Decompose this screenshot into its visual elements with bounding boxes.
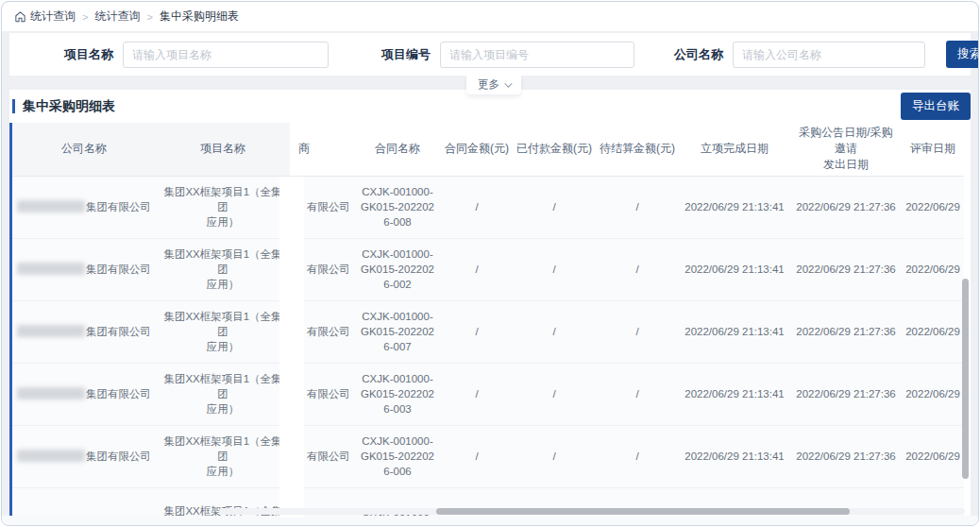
search-panel: 项目名称 项目编号 公司名称 搜索 — [9, 33, 971, 76]
cell-project: 集团XX框架项目1（全集团 应用） — [156, 300, 290, 363]
table-row: 集团有限公司集团XX框架项目1（全集团 应用）有限公司CXJK-001000- … — [12, 425, 964, 487]
cell-review_date: 2022/06/29 — [902, 176, 964, 238]
cell-company_suffix: 集团有限公司 — [12, 425, 156, 487]
cell-announce_date: 2022/06/29 21:27:36 — [790, 300, 902, 363]
breadcrumb-item-2[interactable]: 统计查询 — [94, 8, 140, 25]
cell-paid_amount: / — [513, 363, 596, 425]
column-header-company_suffix: 公司名称 — [12, 123, 156, 176]
cell-company_suffix: 集团有限公司 — [12, 363, 156, 425]
redacted-company-name — [17, 325, 85, 337]
breadcrumb-item-1[interactable]: 统计查询 — [30, 8, 76, 25]
column-header-contract_amount: 合同金额(元) — [441, 123, 513, 176]
cell-approval_date: 2022/06/29 21:13:41 — [679, 176, 790, 238]
procurement-table: 公司名称项目名称商合同名称合同金额(元)已付款金额(元)待结算金额(元)立项完成… — [9, 123, 971, 518]
home-icon — [14, 10, 26, 23]
horizontal-scrollbar-thumb[interactable] — [436, 508, 850, 515]
content-card: 集中采购明细表 导出台账 公司名称项目名称商合同名称合同金额(元)已付款金额(元… — [9, 90, 971, 518]
cell-paid_amount: / — [513, 425, 596, 487]
bottom-strip — [2, 516, 978, 525]
page: 统计查询 > 统计查询 > 集中采购明细表 项目名称 项目编号 公司名称 搜索 … — [1, 1, 979, 526]
column-header-contract: 合同名称 — [354, 123, 441, 176]
cell-announce_date: 2022/06/29 21:27:36 — [790, 238, 902, 300]
cell-company_suffix: 集团有限公司 — [12, 300, 156, 363]
redacted-company-name — [17, 450, 85, 462]
company-name-text: 集团有限公司 — [86, 388, 151, 400]
cell-review_date: 2022/06/29 — [902, 300, 964, 363]
cell-contract_amount: / — [441, 363, 513, 425]
cell-review_date: 2022/06/29 — [902, 363, 964, 425]
cell-review_date: 2022/06/29 — [902, 425, 964, 487]
project-name-input[interactable] — [123, 42, 329, 68]
cell-project: 集团XX框架项目1（全集团 应用） — [156, 238, 290, 300]
cell-contract: CXJK-001000- GK015-202202 6-007 — [354, 300, 441, 363]
column-header-review_date: 评审日期 — [902, 123, 964, 176]
column-header-project: 项目名称 — [156, 123, 290, 176]
more-expander[interactable]: 更多 — [466, 75, 521, 94]
cell-contract_amount: / — [441, 238, 513, 300]
cell-company_suffix — [12, 487, 156, 518]
project-number-label: 项目编号 — [381, 46, 431, 63]
redaction-strip — [279, 177, 304, 518]
cell-contract_amount: / — [441, 176, 513, 238]
cell-review_date: 2022/06/29 — [902, 238, 964, 300]
project-name-label: 项目名称 — [64, 46, 113, 63]
cell-approval_date: 2022/06/29 21:13:41 — [679, 363, 790, 425]
title-marker — [12, 99, 15, 113]
breadcrumb-item-current: 集中采购明细表 — [160, 8, 239, 25]
cell-announce_date: 2022/06/29 21:27:36 — [790, 363, 902, 425]
cell-contract: CXJK-001000- GK015-202202 6-003 — [354, 363, 441, 425]
cell-project: 集团XX框架项目1（全集团 应用） — [156, 176, 290, 238]
page-title: 集中采购明细表 — [23, 98, 115, 115]
filter-project-name: 项目名称 — [64, 42, 329, 68]
company-name-label: 公司名称 — [674, 46, 723, 63]
breadcrumb: 统计查询 > 统计查询 > 集中采购明细表 — [2, 2, 978, 31]
cell-pending_amount: / — [596, 238, 679, 300]
table-header: 公司名称项目名称商合同名称合同金额(元)已付款金额(元)待结算金额(元)立项完成… — [12, 123, 964, 176]
cell-paid_amount: / — [513, 176, 596, 238]
chevron-down-icon — [504, 79, 512, 87]
project-number-input[interactable] — [440, 42, 634, 68]
cell-pending_amount: / — [596, 300, 679, 363]
filter-company-name: 公司名称 — [674, 42, 925, 68]
section-header: 集中采购明细表 导出台账 — [9, 90, 971, 123]
cell-approval_date: 2022/06/29 21:13:41 — [679, 425, 790, 487]
company-name-text: 集团有限公司 — [86, 201, 151, 212]
breadcrumb-separator: > — [146, 11, 152, 23]
cell-contract: CXJK-001000- GK015-202202 6-006 — [354, 425, 441, 487]
cell-paid_amount: / — [513, 238, 596, 300]
vertical-scrollbar-thumb[interactable] — [962, 279, 969, 479]
cell-approval_date: 2022/06/29 21:13:41 — [679, 238, 790, 300]
cell-company_suffix: 集团有限公司 — [12, 238, 156, 300]
cell-contract: CXJK-001000- GK015-202202 6-002 — [354, 238, 441, 300]
column-header-supplier_suffix: 商 — [290, 123, 354, 176]
cell-pending_amount: / — [596, 176, 679, 238]
cell-announce_date: 2022/06/29 21:27:36 — [790, 425, 902, 487]
column-header-announce_date: 采购公告日期/采购邀请 发出日期 — [790, 123, 902, 176]
export-ledger-button[interactable]: 导出台账 — [901, 93, 971, 120]
redacted-company-name — [17, 387, 85, 400]
cell-contract_amount: / — [441, 300, 513, 363]
column-header-approval_date: 立项完成日期 — [679, 123, 790, 176]
cell-pending_amount: / — [596, 363, 679, 425]
search-button[interactable]: 搜索 — [946, 41, 979, 68]
company-name-input[interactable] — [733, 42, 925, 68]
column-header-paid_amount: 已付款金额(元) — [513, 123, 596, 176]
cell-contract: CXJK-001000- GK015-202202 6-008 — [354, 176, 441, 238]
table-row: 集团有限公司集团XX框架项目1（全集团 应用）有限公司CXJK-001000- … — [12, 300, 964, 363]
cell-company_suffix: 集团有限公司 — [12, 176, 156, 238]
company-name-text: 集团有限公司 — [86, 326, 151, 337]
table-row: 集团有限公司集团XX框架项目1（全集团 应用）有限公司CXJK-001000- … — [12, 176, 964, 238]
cell-pending_amount: / — [596, 425, 679, 487]
table-row: 集团有限公司集团XX框架项目1（全集团 应用）有限公司CXJK-001000- … — [12, 363, 964, 425]
more-label: 更多 — [478, 77, 499, 92]
cell-project: 集团XX框架项目1（全集团 应用） — [156, 425, 290, 487]
company-name-text: 集团有限公司 — [86, 450, 151, 462]
company-name-text: 集团有限公司 — [86, 264, 151, 275]
cell-announce_date: 2022/06/29 21:27:36 — [790, 176, 902, 238]
cell-contract_amount: / — [441, 425, 513, 487]
cell-approval_date: 2022/06/29 21:13:41 — [679, 300, 790, 363]
cell-project: 集团XX框架项目1（全集团 应用） — [156, 363, 290, 425]
filter-project-number: 项目编号 — [381, 42, 634, 68]
redacted-company-name — [17, 263, 85, 275]
table-row: 集团有限公司集团XX框架项目1（全集团 应用）有限公司CXJK-001000- … — [12, 238, 964, 300]
